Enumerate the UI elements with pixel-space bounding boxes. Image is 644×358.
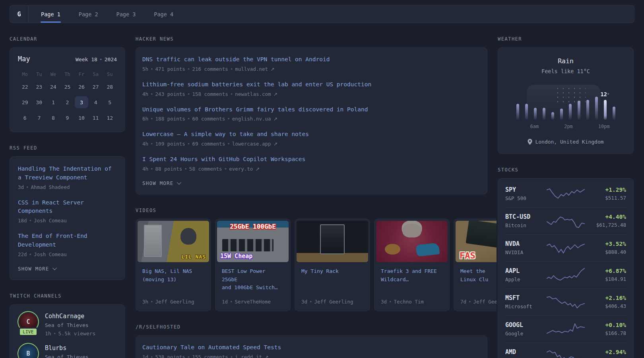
calendar-day-number: 9 — [60, 112, 74, 124]
meta-separator-dot: • — [148, 299, 155, 305]
feed-item-meta: 4h•109 points•69 comments•lowercase.app↗ — [142, 141, 481, 147]
stock-change: +4.40% — [585, 214, 626, 220]
feed-item-title-link[interactable]: The End of Front-End Development — [18, 233, 87, 248]
weather-bar-pill — [534, 108, 537, 120]
stock-symbol: NVDA — [505, 240, 547, 247]
feed-item-title-link[interactable]: Lowercase – A simple way to take and sha… — [142, 131, 309, 137]
weather-header: WEATHER — [498, 36, 634, 42]
video-card[interactable]: FAS Meet the Linux Clu 7d•Jeff Geerling — [454, 219, 497, 311]
meta-separator-dot: • — [387, 299, 394, 305]
source-domain-link[interactable]: newatlas.com — [235, 91, 271, 97]
stock-symbol: AMD — [505, 348, 547, 356]
video-title-link[interactable]: Big NAS, Lil NAS (moving 13) — [136, 262, 211, 299]
twitch-channel-name[interactable]: Blurbs — [45, 344, 93, 352]
source-domain-link[interactable]: mullvad.net — [235, 66, 268, 72]
meta-part: 18d — [18, 218, 27, 224]
stock-row[interactable]: GOOGL Google +0.10% $166.78 — [505, 315, 626, 342]
feed-item: Cautionary Tale on Automated Speed Tests… — [142, 343, 481, 358]
calendar-day-cell: 7 — [32, 112, 47, 124]
meta-part: 88 points — [155, 166, 182, 172]
feed-item-title-link[interactable]: I Spent 24 Hours with GitHub Copilot Wor… — [142, 156, 305, 162]
video-card[interactable]: My Tiny Rack 3d•Jeff Geerling — [295, 219, 370, 311]
twitch-game: Sea of Thieves — [45, 322, 95, 328]
twitch-channel-info: CohhCarnage Sea of Thieves 1h•5.5k viewe… — [45, 313, 95, 337]
thumbnail-art — [466, 221, 497, 251]
feed-item-title-link[interactable]: Unique volumes of Brothers Grimm fairy t… — [142, 106, 368, 113]
calendar-day-number: 12 — [103, 112, 116, 124]
calendar-week-year: Week 18•2024 — [76, 56, 117, 62]
video-card[interactable]: 25GbE 100GbE15W Cheap BEST Low Power 25G… — [215, 219, 291, 311]
nav-tab[interactable]: Page 2 — [70, 6, 107, 23]
nav-tab[interactable]: Page 4 — [145, 6, 182, 23]
hackernews-section: HACKER NEWS DNS traffic can leak outside… — [136, 36, 487, 195]
feed-item-title-link[interactable]: Handling The Indentation of a Treeview C… — [18, 165, 112, 181]
stock-values: +4.40% $61,725.48 — [585, 214, 626, 228]
source-domain-link[interactable]: lowercase.app — [232, 141, 271, 147]
twitch-channel-name[interactable]: CohhCarnage — [45, 313, 95, 320]
feed-item-title-link[interactable]: Lithium-free sodium batteries exit the l… — [142, 81, 371, 88]
source-domain-link[interactable]: english.nv.ua — [232, 116, 271, 122]
feed-item-meta: 18d•Josh Comeau — [18, 218, 117, 224]
video-card[interactable]: LIL NAS Big NAS, Lil NAS (moving 13) 3h•… — [136, 219, 211, 311]
meta-separator-dot: • — [307, 299, 314, 305]
stock-values: +2.16% $406.43 — [585, 295, 626, 309]
twitch-channel-row[interactable]: B LIVE Blurbs Sea of Thieves 1h•264 view… — [18, 344, 117, 358]
chevron-down-icon — [177, 180, 181, 185]
stock-id: MSFT Microsoft — [505, 294, 547, 309]
app-logo[interactable]: G — [10, 6, 29, 23]
hackernews-show-more-button[interactable]: SHOW MORE — [142, 180, 481, 186]
calendar-day-number: 11 — [89, 112, 103, 124]
nav-tab-label: Page 4 — [154, 11, 173, 18]
stock-values: +6.87% $184.91 — [585, 268, 626, 282]
stock-row[interactable]: NVDA NVIDIA +3.52% $888.40 — [505, 234, 626, 261]
calendar-day-number: 5 — [103, 96, 116, 108]
weather-time-label — [547, 124, 556, 129]
meta-separator-dot: • — [222, 166, 229, 172]
weather-time-labels: 6am2pm10pm — [513, 124, 618, 129]
stocks-header: STOCKS — [498, 167, 634, 173]
source-domain-link[interactable]: every.to — [229, 166, 253, 172]
video-title-link[interactable]: Meet the Linux Clu — [454, 262, 497, 299]
twitch-header: TWITCH CHANNELS — [10, 293, 125, 299]
rss-show-more-button[interactable]: SHOW MORE — [18, 266, 117, 272]
thumbnail-art — [403, 224, 421, 237]
calendar-day-cell: 26 — [74, 81, 89, 93]
video-card[interactable]: Traefik 3 and FREE Wildcard… 3d•Techno T… — [374, 219, 450, 311]
stock-row[interactable]: AMD AMD +2.94% $150.45 — [505, 342, 626, 358]
twitch-card: C LIVE CohhCarnage Sea of Thieves 1h•5.5… — [10, 304, 125, 358]
video-thumbnail: LIL NAS — [138, 221, 209, 262]
stock-row[interactable]: SPY S&P 500 +1.29% $511.57 — [505, 181, 626, 207]
meta-part: ServeTheHome — [235, 299, 271, 305]
external-link-icon: ↗ — [270, 66, 274, 72]
twitch-avatar-wrap: C LIVE — [18, 313, 39, 337]
meta-separator-dot: • — [182, 166, 189, 172]
stock-row[interactable]: BTC-USD Bitcoin +4.40% $61,725.48 — [505, 207, 626, 234]
weather-time-label — [556, 124, 564, 129]
weather-time-label: 6am — [530, 124, 539, 129]
twitch-channel-row[interactable]: C LIVE CohhCarnage Sea of Thieves 1h•5.5… — [18, 313, 117, 337]
video-title-link[interactable]: Traefik 3 and FREE Wildcard… — [374, 262, 449, 299]
meta-part: 538 points — [155, 354, 185, 358]
nav-tab[interactable]: Page 1 — [32, 6, 70, 23]
weather-bar — [574, 101, 583, 120]
feed-item-title-link[interactable]: Cautionary Tale on Automated Speed Tests — [142, 344, 281, 350]
meta-part: Jeff Geerling — [155, 299, 194, 305]
stock-row[interactable]: MSFT Microsoft +2.16% $406.43 — [505, 288, 626, 315]
nav-tab[interactable]: Page 3 — [107, 6, 145, 23]
video-title-link[interactable]: My Tiny Rack — [295, 262, 370, 299]
source-domain-link[interactable]: i.redd.it — [235, 354, 262, 358]
meta-part: 109 points — [155, 141, 185, 147]
meta-separator-dot: • — [185, 116, 192, 122]
meta-separator-dot: • — [185, 354, 192, 358]
video-title-link[interactable]: BEST Low Power 25GbE and 100GbE Switch… — [215, 262, 290, 299]
degree-symbol: ° — [607, 92, 610, 97]
calendar-day-cell: 5 — [103, 96, 117, 108]
weather-bar — [609, 107, 618, 120]
feed-item-title-link[interactable]: CSS in React Server Components — [18, 199, 84, 214]
feed-item: Unique volumes of Brothers Grimm fairy t… — [142, 105, 481, 122]
feed-item-title-link[interactable]: DNS traffic can leak outside the VPN tun… — [142, 56, 330, 62]
weather-condition: Rain — [505, 57, 626, 65]
stock-row[interactable]: AAPL Apple +6.87% $184.91 — [505, 261, 626, 288]
video-thumbnail — [297, 221, 368, 262]
weather-time-label — [590, 124, 598, 129]
